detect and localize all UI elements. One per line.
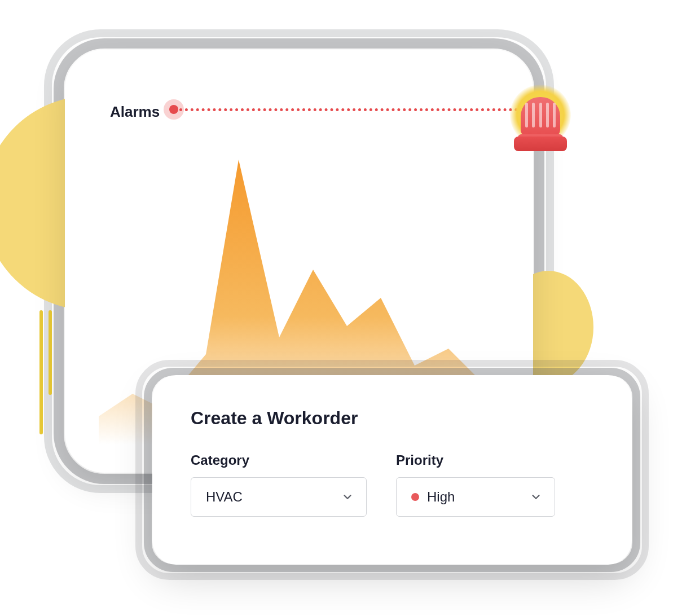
peak-point-dot	[169, 105, 178, 114]
decorative-drip	[39, 310, 43, 434]
priority-value: High	[411, 489, 455, 505]
decorative-drip	[49, 310, 52, 395]
workorder-card: Create a Workorder Category HVAC Priorit…	[152, 375, 632, 565]
category-value: HVAC	[206, 489, 243, 505]
alarm-beacon-icon	[507, 72, 574, 157]
category-field: Category HVAC	[191, 452, 367, 517]
priority-dropdown[interactable]: High	[396, 477, 555, 517]
chevron-down-icon	[341, 491, 354, 503]
category-dropdown[interactable]: HVAC	[191, 477, 367, 517]
workorder-title: Create a Workorder	[191, 408, 593, 429]
alarm-connector-line	[179, 108, 518, 111]
chevron-down-icon	[530, 491, 542, 503]
priority-dot-icon	[411, 493, 419, 501]
priority-label: Priority	[396, 452, 555, 468]
alarms-title: Alarms	[110, 103, 160, 121]
priority-value-text: High	[427, 489, 455, 505]
priority-field: Priority High	[396, 452, 555, 517]
category-label: Category	[191, 452, 367, 468]
